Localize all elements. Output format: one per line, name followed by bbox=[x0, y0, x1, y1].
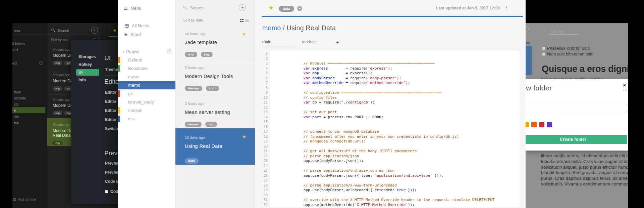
settings-row[interactable]: Editor Th bbox=[105, 90, 118, 99]
dark-folder-item[interactable]: e bbox=[12, 107, 45, 113]
line-number: 4 bbox=[261, 66, 270, 71]
list-view-icon[interactable] bbox=[245, 18, 249, 23]
checklist-item[interactable]: Phasellus id tortor odio. bbox=[542, 45, 595, 51]
code-tokens bbox=[270, 134, 308, 139]
code-editor[interactable]: 1 // modules ===========================… bbox=[261, 50, 520, 208]
checklist-item[interactable]: Nam quis bibendum odio. bbox=[542, 51, 595, 57]
dark-folder-item[interactable]: sql bbox=[12, 101, 47, 107]
checkbox-icon[interactable] bbox=[105, 190, 108, 193]
sidebar-folder[interactable]: git bbox=[118, 89, 175, 98]
color-swatch[interactable] bbox=[547, 122, 552, 127]
dark-sidebar: enu ll Notes ard ect + faultostnotesqlem… bbox=[12, 23, 47, 208]
color-swatch[interactable] bbox=[526, 122, 529, 127]
line-number: 5 bbox=[261, 71, 270, 76]
settings-nav-item[interactable]: UI bbox=[76, 69, 99, 76]
line-number: 19 bbox=[261, 139, 270, 144]
add-tag-button[interactable]: + bbox=[297, 6, 302, 11]
note-list-item[interactable]: 3 hours ago ★ Mean server setting server… bbox=[175, 94, 255, 128]
kebab-menu-icon[interactable]: ⋮ bbox=[504, 5, 509, 10]
sidebar-folder[interactable]: mysql bbox=[118, 73, 175, 81]
sidebar: Menu All Notes ★ Stard ▾ Project + Defau… bbox=[118, 0, 175, 208]
line-number: 10 bbox=[261, 95, 270, 100]
settings-row[interactable]: Editor Fo bbox=[105, 108, 118, 117]
settings-row[interactable]: Switching bbox=[105, 126, 118, 135]
sidebar-folder[interactable]: memo bbox=[118, 81, 175, 89]
note-tag-pill[interactable]: data bbox=[279, 6, 294, 12]
create-folder-button[interactable]: Create folder bbox=[526, 135, 627, 144]
breadcrumb-folder[interactable]: memo bbox=[262, 24, 281, 32]
grid-view-icon[interactable] bbox=[240, 19, 244, 22]
note-rows: an hours ago ★ Jade template wiptag 2 ho… bbox=[175, 28, 255, 165]
dark-search-field[interactable]: Search bbox=[51, 29, 69, 33]
checkbox-icon[interactable] bbox=[542, 47, 545, 50]
star-icon[interactable]: ★ bbox=[113, 28, 117, 33]
settings-nav-item[interactable]: Info bbox=[71, 76, 102, 84]
add-tab-button[interactable]: + bbox=[336, 39, 339, 45]
note-list-item[interactable]: 2 hours ago ★ Modern Design Tools design… bbox=[175, 63, 255, 94]
color-swatch[interactable] bbox=[539, 122, 544, 127]
note-title-text[interactable]: Using Real Data bbox=[287, 24, 336, 32]
add-tag-placeholder[interactable]: Add tag... bbox=[550, 30, 566, 34]
dark-add-folder-icon[interactable]: + bbox=[39, 61, 43, 65]
folder-name: laravel_study bbox=[128, 99, 154, 105]
folder-name: Default bbox=[128, 57, 142, 63]
new-note-button-cut[interactable] bbox=[526, 26, 529, 33]
code-tokens: // configuration =======================… bbox=[270, 81, 441, 86]
sort-by-label[interactable]: Sort by date bbox=[183, 18, 203, 22]
tab-main[interactable]: main bbox=[262, 40, 271, 44]
settings-row[interactable]: Editor Ind bbox=[105, 117, 118, 126]
sidebar-folder[interactable]: laravel_study bbox=[118, 98, 175, 106]
settings-checkbox-row[interactable]: Code B bbox=[105, 189, 118, 194]
dark-new-note-button[interactable]: + bbox=[91, 27, 98, 34]
dark-menu-label[interactable]: enu bbox=[14, 29, 20, 33]
list-view-icon[interactable] bbox=[526, 42, 530, 46]
dark-sidebar-item-all-notes[interactable]: ll Notes bbox=[12, 42, 25, 46]
folder-name-input[interactable] bbox=[526, 104, 627, 112]
tab-module[interactable]: module bbox=[302, 40, 316, 44]
code-token: bodyParser bbox=[310, 76, 335, 80]
last-updated-label: Last updated at Jan.9, 2017 12:00 bbox=[436, 6, 500, 10]
line-number: 25 bbox=[261, 168, 270, 173]
sidebar-folder[interactable]: css bbox=[118, 115, 175, 123]
menu-button[interactable]: Menu bbox=[124, 6, 142, 11]
star-outline-icon[interactable]: ☆ bbox=[542, 29, 546, 34]
folder-color-stripe bbox=[118, 65, 120, 72]
code-line: 23 // parse application/vnd.api+json as … bbox=[261, 159, 520, 164]
settings-nav-item[interactable]: Hotkey bbox=[71, 61, 102, 69]
sidebar-item-all-notes[interactable]: All Notes bbox=[125, 23, 149, 28]
code-line: 26 // parse application/x-www-form-urlen… bbox=[261, 173, 520, 178]
menu-label: Menu bbox=[130, 6, 142, 11]
note-list-item[interactable]: an hours ago ★ Jade template wiptag bbox=[175, 28, 255, 63]
sidebar-item-starred[interactable]: ★ Stard bbox=[124, 32, 141, 37]
dark-folder-item[interactable]: fault bbox=[12, 89, 47, 95]
color-swatch[interactable] bbox=[531, 122, 537, 127]
sidebar-folder[interactable]: Default bbox=[118, 56, 175, 64]
dark-add-storage-button[interactable]: Add storage bbox=[13, 198, 36, 201]
note-star-icon[interactable]: ★ bbox=[242, 134, 246, 139]
dark-folder-item[interactable]: mo bbox=[12, 113, 47, 119]
note-star-button[interactable]: ★ bbox=[268, 4, 274, 11]
settings-row[interactable]: Preview F bbox=[105, 170, 118, 179]
tag-pill: wip bbox=[185, 52, 197, 57]
code-tokens bbox=[270, 154, 308, 159]
settings-row[interactable]: Code Blo bbox=[105, 179, 118, 188]
note-star-icon[interactable]: ★ bbox=[242, 31, 246, 37]
code-token: // parse application/json bbox=[304, 154, 359, 158]
settings-nav-item[interactable]: Storages bbox=[71, 53, 102, 61]
sidebar-folder[interactable]: nodeJs bbox=[118, 106, 175, 115]
search-input[interactable]: Search bbox=[183, 5, 204, 10]
close-icon[interactable]: × bbox=[623, 82, 626, 89]
settings-row[interactable]: Preview F bbox=[105, 161, 118, 170]
new-note-button[interactable]: + bbox=[239, 4, 246, 11]
note-list-item[interactable]: 12 days ago ★ Using Real Data data bbox=[175, 128, 255, 165]
sidebar-folder[interactable]: Boostnote bbox=[118, 64, 175, 73]
add-folder-button[interactable]: + bbox=[167, 49, 171, 53]
checkbox-icon[interactable] bbox=[542, 52, 545, 56]
project-section-header[interactable]: ▾ Project bbox=[123, 49, 139, 54]
dark-sidebar-item-starred[interactable]: ard bbox=[12, 48, 18, 52]
dark-folder-item[interactable]: ostnote bbox=[12, 95, 47, 101]
settings-row[interactable]: Editor Fo bbox=[105, 99, 118, 108]
view-mode-toggle[interactable] bbox=[240, 18, 249, 23]
dark-sort-label[interactable]: Sort by xxx bbox=[51, 38, 67, 42]
dark-folder-item[interactable]: ers bbox=[12, 119, 47, 125]
